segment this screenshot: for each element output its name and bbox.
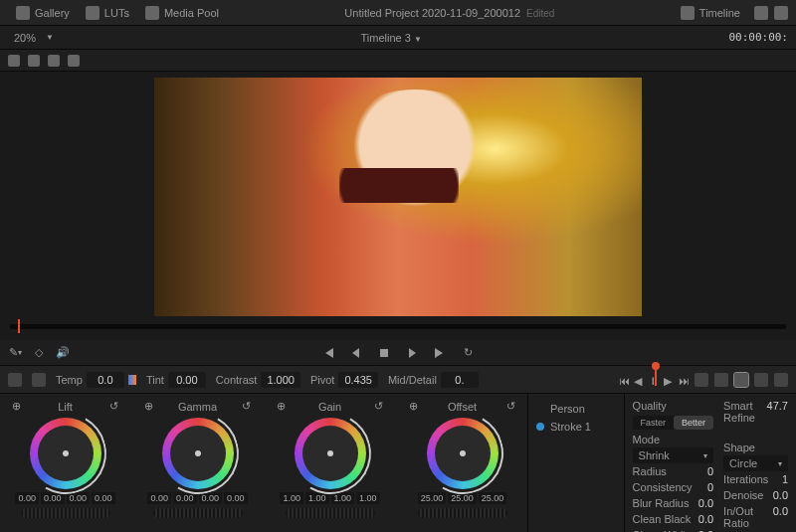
blur-radius-param[interactable]: Blur Radius0.0: [633, 495, 714, 511]
curve-tool-icon[interactable]: [714, 373, 728, 387]
gamma-jog[interactable]: [153, 508, 243, 518]
reset-icon[interactable]: ↺: [109, 400, 118, 413]
stroke-dot: [536, 423, 544, 431]
offset-wheel-panel: ⊕Offset↺ 25.0025.0025.00: [405, 398, 519, 528]
timeline-icon: [681, 6, 695, 20]
image-wipe-icon[interactable]: [8, 55, 20, 67]
expand-icon[interactable]: ⊕: [277, 400, 286, 413]
better-btn[interactable]: Better: [674, 416, 713, 430]
middetail-param[interactable]: Mid/Detail0.: [388, 372, 479, 388]
nodes-icon[interactable]: [774, 6, 788, 20]
preview-image: [154, 78, 642, 316]
shape-dropdown[interactable]: Circle▾: [723, 455, 788, 471]
offset-jog[interactable]: [418, 508, 507, 518]
timecode[interactable]: 00:00:00:: [728, 31, 788, 44]
highlight-icon[interactable]: [48, 55, 60, 67]
person-dot: [536, 405, 544, 413]
mask-item-person[interactable]: Person: [536, 400, 616, 418]
contrast-value[interactable]: 1.000: [261, 372, 300, 388]
middetail-value[interactable]: 0.: [441, 372, 479, 388]
mask-list-panel: Person Stroke 1: [527, 394, 624, 532]
lift-jog[interactable]: [21, 508, 110, 518]
quality-toggle[interactable]: FasterBetter: [633, 416, 714, 430]
iterations-param[interactable]: Iterations1: [723, 471, 788, 487]
play-button[interactable]: [405, 346, 419, 360]
luts-label: LUTs: [104, 7, 129, 19]
kf-prev-icon[interactable]: ◀: [634, 375, 644, 385]
transport-controls: ✎▾ ◇ 🔊 ↻: [0, 340, 796, 366]
split-screen-icon[interactable]: [28, 55, 40, 67]
clips-icon[interactable]: [754, 6, 768, 20]
clean-white-param[interactable]: Clean White0.0: [633, 527, 714, 532]
pivot-value[interactable]: 0.435: [338, 372, 378, 388]
kf-next-icon[interactable]: ▶: [664, 375, 674, 385]
kf-first-icon[interactable]: ⏮: [619, 375, 629, 385]
mediapool-tab[interactable]: Media Pool: [137, 2, 227, 24]
expand-icon[interactable]: ⊕: [409, 400, 418, 413]
audio-icon[interactable]: 🔊: [56, 346, 70, 360]
lift-wheel[interactable]: [30, 418, 101, 489]
middetail-label: Mid/Detail: [388, 374, 437, 386]
inout-ratio-param[interactable]: In/Out Ratio0.0: [723, 503, 788, 531]
top-toolbar: Gallery LUTs Media Pool Untitled Project…: [0, 0, 796, 26]
faster-btn[interactable]: Faster: [633, 416, 675, 430]
consistency-param[interactable]: Consistency0: [633, 479, 714, 495]
wand-tool-icon[interactable]: [695, 373, 708, 387]
lift-label: Lift: [58, 401, 73, 413]
gain-wheel[interactable]: [295, 418, 366, 489]
gallery-icon: [16, 6, 30, 20]
reset-icon[interactable]: ↺: [374, 400, 383, 413]
mode-dropdown[interactable]: Shrink▾: [633, 447, 714, 463]
last-frame-button[interactable]: [433, 346, 447, 360]
stroke1-label: Stroke 1: [550, 421, 591, 433]
playhead[interactable]: [18, 319, 20, 333]
offset-wheel[interactable]: [427, 418, 498, 489]
gamma-wheel[interactable]: [162, 418, 234, 489]
mediapool-icon: [145, 6, 159, 20]
playhead-marker[interactable]: [655, 366, 657, 386]
mask-tool-icon[interactable]: [734, 373, 748, 387]
reset-icon[interactable]: ↺: [242, 400, 251, 413]
timeline-button[interactable]: Timeline: [673, 2, 748, 24]
smart-refine-param[interactable]: Smart Refine47.7: [723, 398, 788, 426]
reset-icon[interactable]: ↺: [506, 400, 515, 413]
loop-button[interactable]: ↻: [461, 346, 475, 360]
wand-icon[interactable]: [68, 55, 80, 67]
crosshair-icon[interactable]: [8, 373, 22, 387]
contrast-param[interactable]: Contrast1.000: [216, 372, 300, 388]
expand-icon[interactable]: ⊕: [12, 400, 21, 413]
mode-label: Mode: [633, 434, 661, 445]
scrub-track[interactable]: [10, 324, 786, 329]
picker-icon[interactable]: ✎▾: [8, 346, 22, 360]
temp-param[interactable]: Temp0.0: [56, 372, 136, 388]
zoom-control[interactable]: 20%▼: [8, 30, 54, 46]
tint-param[interactable]: Tint0.00: [146, 372, 206, 388]
settings-icon[interactable]: [774, 373, 788, 387]
gain-jog[interactable]: [286, 508, 375, 518]
offset-label: Offset: [448, 401, 477, 413]
pivot-param[interactable]: Pivot0.435: [310, 372, 378, 388]
radius-param[interactable]: Radius0: [633, 463, 714, 479]
prev-frame-button[interactable]: [349, 346, 363, 360]
quality-label: Quality: [633, 400, 667, 412]
viewer-mode-icon[interactable]: ◇: [32, 346, 46, 360]
first-frame-button[interactable]: [321, 346, 335, 360]
luts-tab[interactable]: LUTs: [78, 2, 137, 24]
clean-black-param[interactable]: Clean Black0.0: [633, 511, 714, 527]
tint-label: Tint: [146, 374, 164, 386]
gallery-tab[interactable]: Gallery: [8, 2, 78, 24]
kf-last-icon[interactable]: ⏭: [679, 375, 689, 385]
tint-value[interactable]: 0.00: [168, 372, 206, 388]
expand-icon[interactable]: ⊕: [144, 400, 153, 413]
shape-label: Shape: [723, 442, 755, 453]
viewer[interactable]: [0, 72, 796, 322]
denoise-param[interactable]: Denoise0.0: [723, 487, 788, 503]
auto-icon[interactable]: [32, 373, 46, 387]
mask-item-stroke1[interactable]: Stroke 1: [536, 418, 616, 436]
stop-button[interactable]: [377, 346, 391, 360]
scope-tool-icon[interactable]: [754, 373, 768, 387]
chevron-down-icon[interactable]: ▼: [414, 35, 422, 44]
temp-value[interactable]: 0.0: [87, 372, 124, 388]
scrub-bar[interactable]: [0, 322, 796, 340]
timeline-name[interactable]: Timeline 3: [361, 32, 411, 44]
